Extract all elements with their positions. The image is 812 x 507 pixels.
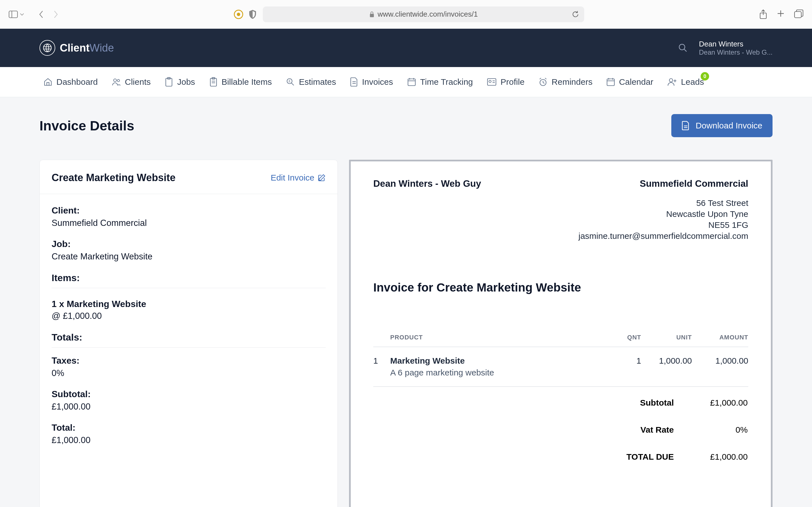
- card-title: Create Marketing Website: [52, 172, 175, 184]
- shield-icon[interactable]: [248, 9, 257, 19]
- invoice-addr1: 56 Test Street: [578, 198, 748, 209]
- svg-line-12: [684, 49, 687, 52]
- nav-label: Leads: [681, 77, 704, 87]
- svg-rect-0: [9, 11, 17, 18]
- chevron-left-icon: [38, 10, 44, 19]
- invoice-to-name: Summefield Commercial: [578, 178, 748, 189]
- page-title: Invoice Details: [40, 118, 134, 133]
- nav-invoices[interactable]: Invoices: [350, 77, 393, 87]
- search-icon: [678, 43, 688, 53]
- invoice-title: Invoice for Create Marketing Website: [373, 281, 748, 294]
- svg-line-39: [545, 78, 546, 79]
- clipboard-icon: [165, 77, 173, 87]
- nav-label: Clients: [125, 77, 151, 87]
- nav-estimates[interactable]: £ Estimates: [286, 77, 336, 87]
- nav-time-tracking[interactable]: Time Tracking: [407, 77, 473, 87]
- edit-icon: [318, 174, 326, 182]
- nav-label: Invoices: [362, 77, 393, 87]
- nav-label: Profile: [500, 77, 524, 87]
- forward-button[interactable]: [53, 10, 59, 19]
- app-nav: Dashboard Clients Jobs Billable Items £ …: [0, 67, 812, 97]
- page-header: Invoice Details Download Invoice: [40, 114, 772, 137]
- product-name: Marketing Website: [390, 356, 605, 365]
- job-value: Create Marketing Website: [52, 251, 326, 262]
- taxes-label: Taxes:: [52, 355, 326, 366]
- taxes-value: 0%: [52, 368, 326, 378]
- client-value: Summefield Commercial: [52, 218, 326, 228]
- lock-icon: [369, 11, 375, 18]
- svg-point-11: [679, 44, 685, 50]
- tabs-icon[interactable]: [794, 9, 804, 18]
- user-name: Dean Winters: [699, 40, 772, 48]
- leads-badge: 0: [701, 72, 709, 80]
- row-amount: 1,000.00: [692, 347, 748, 387]
- vat-value: 0%: [691, 416, 748, 443]
- item-line-1: 1 x Marketing Website: [52, 299, 326, 309]
- nav-leads[interactable]: Leads 0: [667, 77, 704, 87]
- subtotal-value: £1,000.00: [691, 390, 748, 416]
- svg-rect-13: [47, 82, 49, 86]
- item-line-2: @ £1,000.00: [52, 311, 326, 321]
- download-invoice-button[interactable]: Download Invoice: [671, 114, 772, 137]
- calendar-icon: [606, 77, 615, 87]
- nav-billable-items[interactable]: Billable Items: [209, 77, 272, 87]
- refresh-icon[interactable]: [572, 10, 579, 18]
- invoice-from: Dean Winters - Web Guy: [373, 178, 481, 241]
- invoice-addr2: Newcastle Upon Tyne: [578, 209, 748, 219]
- svg-rect-18: [210, 78, 216, 86]
- chevron-down-icon: [20, 13, 24, 16]
- nav-calendar[interactable]: Calendar: [606, 77, 653, 87]
- share-icon[interactable]: [759, 9, 767, 19]
- chrome-left: [8, 10, 59, 19]
- new-tab-icon[interactable]: [776, 9, 785, 18]
- svg-point-44: [669, 78, 673, 82]
- back-button[interactable]: [38, 10, 44, 19]
- nav-profile[interactable]: Profile: [487, 77, 524, 87]
- job-label: Job:: [52, 239, 326, 249]
- clipboard-list-icon: [209, 77, 218, 87]
- svg-line-38: [540, 78, 541, 79]
- total-due-value: £1,000.00: [691, 444, 748, 470]
- privacy-badge-icon[interactable]: [234, 9, 244, 19]
- client-label: Client:: [52, 205, 326, 216]
- invoice-document: Dean Winters - Web Guy Summefield Commer…: [349, 160, 772, 507]
- invoice-addr3: NE55 1FG: [578, 219, 748, 230]
- row-unit: 1,000.00: [641, 347, 692, 387]
- nav-dashboard[interactable]: Dashboard: [43, 77, 98, 87]
- user-sub: Dean Winters - Web G...: [699, 48, 772, 56]
- nav-label: Reminders: [552, 77, 592, 87]
- subtotal-value: £1,000.00: [52, 402, 326, 412]
- url-bar[interactable]: www.clientwide.com/invoices/1: [263, 6, 584, 22]
- row-num: 1: [373, 347, 390, 387]
- home-icon: [43, 77, 52, 87]
- document-download-icon: [681, 121, 690, 130]
- header-search-button[interactable]: [678, 43, 688, 53]
- app-header: ClientWide Dean Winters Dean Winters - W…: [0, 29, 812, 67]
- sidebar-toggle-button[interactable]: [8, 10, 24, 18]
- svg-line-23: [292, 83, 294, 86]
- brand-text: ClientWide: [60, 42, 114, 54]
- total-due-label: TOTAL DUE: [374, 444, 691, 470]
- row-qnt: 1: [605, 347, 641, 387]
- nav-label: Calendar: [619, 77, 653, 87]
- nav-jobs[interactable]: Jobs: [165, 77, 195, 87]
- users-icon: [112, 77, 121, 87]
- svg-text:£: £: [289, 79, 291, 83]
- brand-logo-icon: [40, 40, 55, 56]
- edit-label: Edit Invoice: [271, 173, 314, 182]
- col-amount: AMOUNT: [692, 328, 748, 347]
- svg-rect-40: [607, 79, 614, 86]
- nav-label: Billable Items: [221, 77, 272, 87]
- vat-label: Vat Rate: [374, 416, 691, 443]
- brand[interactable]: ClientWide: [40, 40, 678, 56]
- chevron-right-icon: [53, 10, 59, 19]
- svg-line-37: [543, 82, 545, 83]
- total-value: £1,000.00: [52, 435, 326, 445]
- nav-reminders[interactable]: Reminders: [539, 77, 592, 87]
- svg-rect-16: [166, 78, 172, 86]
- calendar-clock-icon: [407, 77, 416, 87]
- user-menu[interactable]: Dean Winters Dean Winters - Web G...: [699, 40, 772, 56]
- edit-invoice-link[interactable]: Edit Invoice: [271, 173, 326, 182]
- nav-clients[interactable]: Clients: [112, 77, 151, 87]
- invoice-email: jasmine.turner@summerfieldcommercial.com: [578, 230, 748, 241]
